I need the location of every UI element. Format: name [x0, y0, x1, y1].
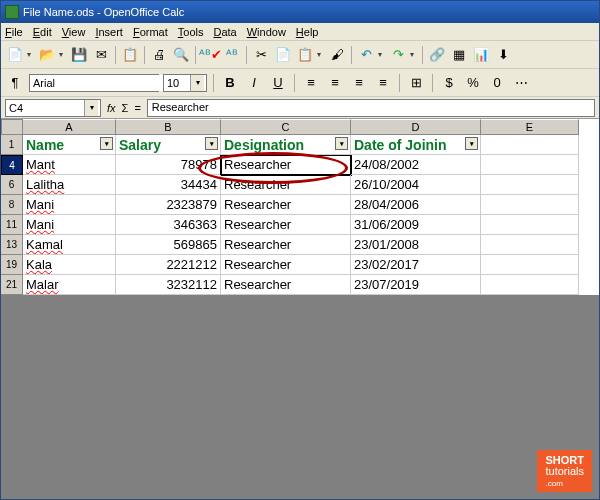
cell-salary[interactable]: 3232112 — [116, 275, 221, 295]
filter-dropdown-icon[interactable]: ▾ — [100, 137, 113, 150]
cell-name[interactable]: Kamal — [23, 235, 116, 255]
chart-icon[interactable]: 📊 — [471, 45, 491, 65]
cell-salary[interactable]: 78978 — [116, 155, 221, 175]
row-head[interactable]: 19 — [1, 255, 23, 275]
print-icon[interactable]: 🖨 — [149, 45, 169, 65]
cell-name[interactable]: Mani — [23, 195, 116, 215]
cell-date[interactable]: 31/06/2009 — [351, 215, 481, 235]
cell-designation[interactable]: Researcher — [221, 175, 351, 195]
equals-icon[interactable]: = — [134, 102, 140, 114]
col-e[interactable]: E — [481, 119, 579, 135]
cell-date[interactable]: 23/01/2008 — [351, 235, 481, 255]
merge-icon[interactable]: ⊞ — [406, 73, 426, 93]
mail-icon[interactable]: ✉ — [91, 45, 111, 65]
cell-designation[interactable]: Researcher — [221, 275, 351, 295]
cell-date[interactable]: 24/08/2002 — [351, 155, 481, 175]
cell-salary[interactable]: 2221212 — [116, 255, 221, 275]
cell-empty[interactable] — [481, 175, 579, 195]
menu-window[interactable]: Window — [247, 26, 286, 38]
edit-icon[interactable]: 📋 — [120, 45, 140, 65]
cell-ref-box[interactable]: ▾ — [5, 99, 101, 117]
cell-designation[interactable]: Researcher — [221, 255, 351, 275]
font-name-combo[interactable]: ▾ — [29, 74, 159, 92]
cell-name[interactable]: Mant — [23, 155, 116, 175]
align-left-icon[interactable]: ≡ — [301, 73, 321, 93]
row-head[interactable]: 13 — [1, 235, 23, 255]
cell-name[interactable]: Kala — [23, 255, 116, 275]
cell-date[interactable]: 23/02/2017 — [351, 255, 481, 275]
paste-icon[interactable]: 📋 — [295, 45, 315, 65]
filter-dropdown-icon[interactable]: ▾ — [205, 137, 218, 150]
cell-date[interactable]: 23/07/2019 — [351, 275, 481, 295]
cell-designation[interactable]: Researcher — [221, 195, 351, 215]
header-salary[interactable]: Salary ▾ — [116, 135, 221, 155]
row-head[interactable]: 21 — [1, 275, 23, 295]
cell-salary[interactable]: 2323879 — [116, 195, 221, 215]
font-name-input[interactable] — [30, 75, 174, 91]
header-e[interactable] — [481, 135, 579, 155]
col-c[interactable]: C — [221, 119, 351, 135]
underline-button[interactable]: U — [268, 73, 288, 93]
cell-designation[interactable]: Researcher — [221, 155, 351, 175]
fx-icon[interactable]: fx — [107, 102, 116, 114]
chevron-down-icon[interactable]: ▾ — [190, 75, 204, 91]
cell-designation[interactable]: Researcher — [221, 235, 351, 255]
styles-icon[interactable]: ¶ — [5, 73, 25, 93]
link-icon[interactable]: 🔗 — [427, 45, 447, 65]
italic-button[interactable]: I — [244, 73, 264, 93]
sort-icon[interactable]: ⬇ — [493, 45, 513, 65]
menu-data[interactable]: Data — [213, 26, 236, 38]
cell-salary[interactable]: 34434 — [116, 175, 221, 195]
bold-button[interactable]: B — [220, 73, 240, 93]
decimal-icon[interactable]: 0 — [487, 73, 507, 93]
row-head[interactable]: 4 — [1, 155, 23, 175]
filter-dropdown-icon[interactable]: ▾ — [465, 137, 478, 150]
menu-view[interactable]: View — [62, 26, 86, 38]
col-a[interactable]: A — [23, 119, 116, 135]
formula-bar[interactable]: Researcher — [147, 99, 595, 117]
percent-icon[interactable]: % — [463, 73, 483, 93]
menu-file[interactable]: File — [5, 26, 23, 38]
cell-empty[interactable] — [481, 275, 579, 295]
open-icon[interactable]: 📂 — [37, 45, 57, 65]
cell-empty[interactable] — [481, 155, 579, 175]
menu-insert[interactable]: Insert — [95, 26, 123, 38]
header-name[interactable]: Name ▾ — [23, 135, 116, 155]
grid-icon[interactable]: ▦ — [449, 45, 469, 65]
save-icon[interactable]: 💾 — [69, 45, 89, 65]
menu-edit[interactable]: Edit — [33, 26, 52, 38]
cell-ref-input[interactable] — [6, 100, 84, 116]
preview-icon[interactable]: 🔍 — [171, 45, 191, 65]
cell-name[interactable]: Lalitha — [23, 175, 116, 195]
copy-icon[interactable]: 📄 — [273, 45, 293, 65]
chevron-down-icon[interactable]: ▾ — [84, 100, 98, 116]
col-d[interactable]: D — [351, 119, 481, 135]
currency-icon[interactable]: $ — [439, 73, 459, 93]
brush-icon[interactable]: 🖌 — [327, 45, 347, 65]
cell-designation[interactable]: Researcher — [221, 215, 351, 235]
font-size-input[interactable] — [164, 75, 190, 91]
font-size-combo[interactable]: ▾ — [163, 74, 207, 92]
menu-format[interactable]: Format — [133, 26, 168, 38]
row-head[interactable]: 8 — [1, 195, 23, 215]
align-center-icon[interactable]: ≡ — [325, 73, 345, 93]
redo-icon[interactable]: ↷ — [388, 45, 408, 65]
spellcheck-icon[interactable]: ᴬᴮ✔ — [200, 45, 220, 65]
cell-date[interactable]: 26/10/2004 — [351, 175, 481, 195]
select-all-corner[interactable] — [1, 119, 23, 135]
cell-name[interactable]: Malar — [23, 275, 116, 295]
cell-empty[interactable] — [481, 255, 579, 275]
filter-dropdown-icon[interactable]: ▾ — [335, 137, 348, 150]
cell-name[interactable]: Mani — [23, 215, 116, 235]
header-date[interactable]: Date of Joinin ▾ — [351, 135, 481, 155]
menu-help[interactable]: Help — [296, 26, 319, 38]
menu-tools[interactable]: Tools — [178, 26, 204, 38]
autospell-icon[interactable]: ᴬᴮ — [222, 45, 242, 65]
cell-empty[interactable] — [481, 195, 579, 215]
row-1-head[interactable]: 1 — [1, 135, 23, 155]
row-head[interactable]: 6 — [1, 175, 23, 195]
header-designation[interactable]: Designation ▾ — [221, 135, 351, 155]
cell-salary[interactable]: 569865 — [116, 235, 221, 255]
undo-icon[interactable]: ↶ — [356, 45, 376, 65]
new-icon[interactable]: 📄 — [5, 45, 25, 65]
